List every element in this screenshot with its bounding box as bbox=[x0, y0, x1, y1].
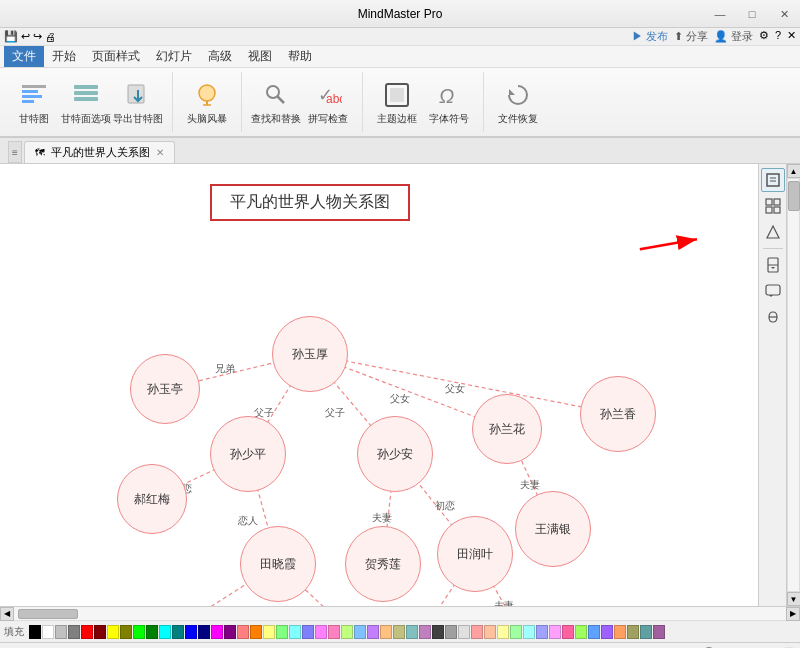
color-swatch[interactable] bbox=[367, 625, 379, 639]
menu-file[interactable]: 文件 bbox=[4, 46, 44, 67]
color-swatch[interactable] bbox=[172, 625, 184, 639]
panel-layout-button[interactable] bbox=[761, 194, 785, 218]
color-swatch[interactable] bbox=[315, 625, 327, 639]
settings-icon[interactable]: ⚙ bbox=[759, 29, 769, 44]
canvas[interactable]: 平凡的世界人物关系图 兄弟 父子 父子 父女 父女 初恋 恋人 夫妻 初恋 夫妻… bbox=[0, 164, 758, 606]
color-swatch[interactable] bbox=[198, 625, 210, 639]
color-swatch[interactable] bbox=[614, 625, 626, 639]
color-swatch[interactable] bbox=[94, 625, 106, 639]
color-swatch[interactable] bbox=[341, 625, 353, 639]
quick-save-icon[interactable]: 💾 bbox=[4, 30, 18, 43]
hscroll-track[interactable] bbox=[14, 607, 786, 620]
spell-check-button[interactable]: ✓abc 拼写检查 bbox=[302, 73, 354, 131]
color-swatch[interactable] bbox=[432, 625, 444, 639]
node-sun-shaoan[interactable]: 孙少安 bbox=[357, 416, 433, 492]
node-tian-runye[interactable]: 田润叶 bbox=[437, 516, 513, 592]
gantt-options-button[interactable]: 甘特面选项 bbox=[60, 73, 112, 131]
color-swatch[interactable] bbox=[380, 625, 392, 639]
scroll-up-button[interactable]: ▲ bbox=[787, 164, 801, 178]
menu-slideshow[interactable]: 幻灯片 bbox=[148, 46, 200, 67]
close-icon[interactable]: ✕ bbox=[787, 29, 796, 44]
file-recovery-button[interactable]: 文件恢复 bbox=[492, 73, 544, 131]
color-swatch[interactable] bbox=[562, 625, 574, 639]
minimize-button[interactable]: — bbox=[704, 0, 736, 28]
node-wang-manyuan[interactable]: 王满银 bbox=[515, 491, 591, 567]
color-swatch[interactable] bbox=[549, 625, 561, 639]
node-tian-xiaoxia[interactable]: 田晓霞 bbox=[240, 526, 316, 602]
color-swatch[interactable] bbox=[107, 625, 119, 639]
horizontal-scrollbar[interactable]: ◀ ▶ bbox=[0, 606, 800, 620]
color-swatch[interactable] bbox=[471, 625, 483, 639]
node-sun-yuting[interactable]: 孙玉亭 bbox=[130, 354, 200, 424]
color-swatch[interactable] bbox=[523, 625, 535, 639]
tab-menu-icon[interactable]: ≡ bbox=[8, 141, 22, 163]
panel-style-button[interactable] bbox=[761, 220, 785, 244]
color-swatch[interactable] bbox=[627, 625, 639, 639]
menu-advanced[interactable]: 高级 bbox=[200, 46, 240, 67]
color-swatch[interactable] bbox=[640, 625, 652, 639]
hscroll-thumb[interactable] bbox=[18, 609, 78, 619]
color-swatch[interactable] bbox=[354, 625, 366, 639]
node-sun-lanhua[interactable]: 孙兰花 bbox=[472, 394, 542, 464]
color-swatch[interactable] bbox=[159, 625, 171, 639]
panel-link-button[interactable] bbox=[761, 305, 785, 329]
color-swatch[interactable] bbox=[484, 625, 496, 639]
scroll-thumb[interactable] bbox=[788, 181, 800, 211]
color-swatch[interactable] bbox=[224, 625, 236, 639]
help-icon[interactable]: ? bbox=[775, 29, 781, 44]
color-swatch[interactable] bbox=[536, 625, 548, 639]
color-swatch[interactable] bbox=[497, 625, 509, 639]
color-swatch[interactable] bbox=[211, 625, 223, 639]
scroll-right-button[interactable]: ▶ bbox=[786, 607, 800, 621]
color-swatch[interactable] bbox=[55, 625, 67, 639]
document-tab[interactable]: 🗺 平凡的世界人关系图 ✕ bbox=[24, 141, 175, 163]
panel-properties-button[interactable] bbox=[761, 168, 785, 192]
color-swatch[interactable] bbox=[133, 625, 145, 639]
find-replace-button[interactable]: 查找和替换 bbox=[250, 73, 302, 131]
theme-border-button[interactable]: 主题边框 bbox=[371, 73, 423, 131]
vertical-scrollbar[interactable]: ▲ ▼ bbox=[786, 164, 800, 606]
menu-help[interactable]: 帮助 bbox=[280, 46, 320, 67]
color-swatch[interactable] bbox=[601, 625, 613, 639]
quick-print-icon[interactable]: 🖨 bbox=[45, 31, 56, 43]
quick-undo-icon[interactable]: ↩ bbox=[21, 30, 30, 43]
tab-close-button[interactable]: ✕ bbox=[156, 147, 164, 158]
color-swatch[interactable] bbox=[588, 625, 600, 639]
export-gantt-button[interactable]: 导出甘特图 bbox=[112, 73, 164, 131]
menu-start[interactable]: 开始 bbox=[44, 46, 84, 67]
color-swatch[interactable] bbox=[458, 625, 470, 639]
color-swatch[interactable] bbox=[29, 625, 41, 639]
menu-view[interactable]: 视图 bbox=[240, 46, 280, 67]
color-swatch[interactable] bbox=[510, 625, 522, 639]
color-swatch[interactable] bbox=[445, 625, 457, 639]
color-swatch[interactable] bbox=[419, 625, 431, 639]
panel-comment-button[interactable] bbox=[761, 279, 785, 303]
menu-page-style[interactable]: 页面样式 bbox=[84, 46, 148, 67]
color-swatch[interactable] bbox=[289, 625, 301, 639]
close-button[interactable]: ✕ bbox=[768, 0, 800, 28]
color-swatch[interactable] bbox=[276, 625, 288, 639]
color-swatch[interactable] bbox=[120, 625, 132, 639]
brainstorm-button[interactable]: 头脑风暴 bbox=[181, 73, 233, 131]
color-swatch[interactable] bbox=[237, 625, 249, 639]
quick-redo-icon[interactable]: ↪ bbox=[33, 30, 42, 43]
color-swatch[interactable] bbox=[42, 625, 54, 639]
color-swatch[interactable] bbox=[653, 625, 665, 639]
color-swatch[interactable] bbox=[263, 625, 275, 639]
color-swatch[interactable] bbox=[393, 625, 405, 639]
panel-bookmark-button[interactable] bbox=[761, 253, 785, 277]
publish-button[interactable]: ▶ 发布 bbox=[632, 29, 668, 44]
share-button[interactable]: ⬆ 分享 bbox=[674, 29, 708, 44]
gantt-chart-button[interactable]: 甘特图 bbox=[8, 73, 60, 131]
node-sun-yuhou[interactable]: 孙玉厚 bbox=[272, 316, 348, 392]
color-swatch[interactable] bbox=[328, 625, 340, 639]
scroll-left-button[interactable]: ◀ bbox=[0, 607, 14, 621]
node-he-hongmei[interactable]: 郝红梅 bbox=[117, 464, 187, 534]
color-swatch[interactable] bbox=[406, 625, 418, 639]
scroll-down-button[interactable]: ▼ bbox=[787, 592, 801, 606]
color-swatch[interactable] bbox=[185, 625, 197, 639]
node-he-xiulian[interactable]: 贺秀莲 bbox=[345, 526, 421, 602]
color-swatch[interactable] bbox=[302, 625, 314, 639]
scroll-track[interactable] bbox=[787, 178, 800, 592]
login-button[interactable]: 👤 登录 bbox=[714, 29, 753, 44]
